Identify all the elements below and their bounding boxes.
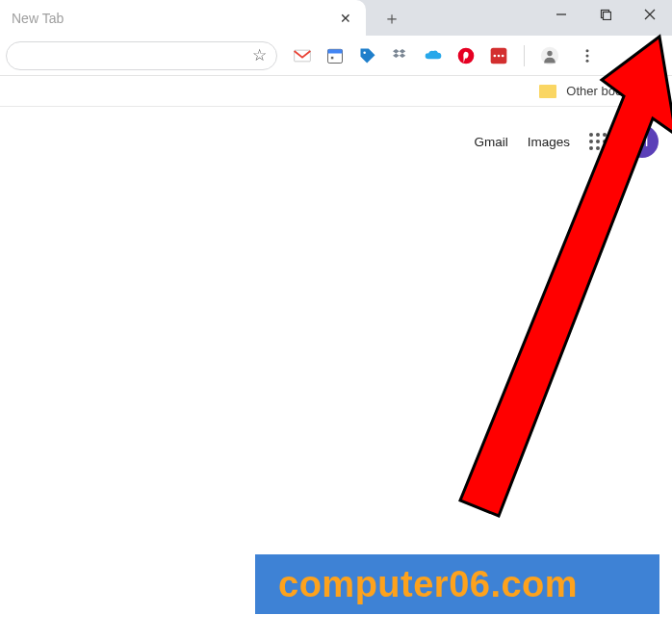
new-tab-button[interactable]: ＋ xyxy=(381,8,402,29)
close-window-button[interactable] xyxy=(628,0,672,29)
other-bookmarks[interactable]: Other bookmarks xyxy=(566,84,662,98)
other-bookmarks-label: Other bookmarks xyxy=(566,84,662,98)
apps-launcher-icon[interactable] xyxy=(589,133,607,150)
watermark: computer06.com xyxy=(255,554,659,614)
bookmark-folder[interactable] xyxy=(539,85,556,98)
svg-point-19 xyxy=(586,59,589,62)
svg-marker-20 xyxy=(460,37,672,516)
svg-point-18 xyxy=(586,54,589,57)
bookmark-star-icon[interactable]: ☆ xyxy=(252,45,267,65)
profile-icon[interactable] xyxy=(540,46,559,65)
svg-point-12 xyxy=(494,54,497,57)
tab-title: New Tab xyxy=(12,11,337,26)
account-avatar[interactable]: M xyxy=(626,125,659,158)
toolbar-separator xyxy=(524,45,525,66)
saved-tag-icon[interactable] xyxy=(358,46,377,65)
svg-point-13 xyxy=(498,54,501,57)
watermark-text: computer06.com xyxy=(278,564,578,605)
svg-rect-7 xyxy=(328,49,343,53)
folder-icon xyxy=(539,85,556,98)
calendar-icon[interactable] xyxy=(325,46,345,65)
svg-rect-8 xyxy=(331,56,334,59)
ntp-header: Gmail Images M xyxy=(474,125,659,158)
lastpass-icon[interactable] xyxy=(489,46,508,65)
browser-toolbar: ☆ xyxy=(0,36,672,76)
svg-point-14 xyxy=(502,54,504,57)
svg-rect-2 xyxy=(604,13,611,20)
gmail-link[interactable]: Gmail xyxy=(474,135,507,149)
svg-point-17 xyxy=(586,49,589,52)
svg-point-16 xyxy=(547,50,552,55)
maximize-button[interactable] xyxy=(583,0,628,29)
onedrive-icon[interactable] xyxy=(424,46,443,65)
chrome-menu-button[interactable] xyxy=(577,42,598,69)
bookmarks-bar: Other bookmarks xyxy=(0,76,672,107)
browser-tab[interactable]: New Tab ✕ xyxy=(0,0,366,36)
window-controls xyxy=(539,0,672,29)
gmail-icon[interactable] xyxy=(293,46,312,65)
images-link[interactable]: Images xyxy=(528,135,570,149)
extensions-area xyxy=(293,42,598,69)
svg-point-9 xyxy=(363,51,366,54)
browser-titlebar: New Tab ✕ ＋ xyxy=(0,0,672,36)
close-icon[interactable]: ✕ xyxy=(337,10,354,27)
address-bar[interactable]: ☆ xyxy=(6,41,277,70)
pinterest-icon[interactable] xyxy=(456,46,476,65)
dropbox-icon[interactable] xyxy=(391,46,410,65)
minimize-button[interactable] xyxy=(539,0,583,29)
